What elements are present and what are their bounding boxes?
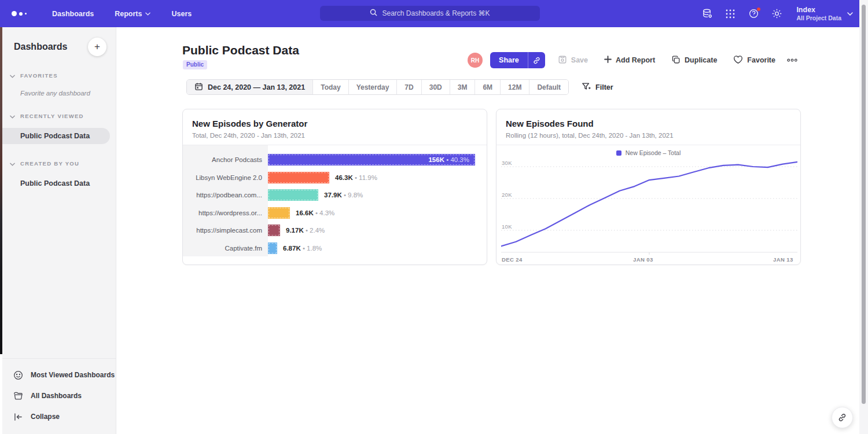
x-axis-tick: DEC 24 xyxy=(502,256,523,263)
bar[interactable] xyxy=(268,189,318,201)
primary-nav: DashboardsReportsUsers xyxy=(42,0,202,27)
bar-row[interactable]: https://podbean.com... 37.9K • 9.8% xyxy=(183,189,487,201)
favorite-button[interactable]: Favorite xyxy=(725,52,784,68)
date-preset-30d[interactable]: 30D xyxy=(421,80,450,94)
avatar[interactable]: RH xyxy=(468,53,483,68)
section-header[interactable]: CREATED BY YOU xyxy=(2,158,116,168)
add-report-button[interactable]: Add Report xyxy=(596,52,663,68)
section-header[interactable]: FAVORITES xyxy=(2,70,116,80)
collapse-icon xyxy=(13,411,23,422)
data-management-icon[interactable] xyxy=(701,8,713,20)
add-dashboard-button[interactable]: + xyxy=(88,38,106,56)
bar[interactable] xyxy=(268,172,329,183)
line-chart[interactable] xyxy=(501,157,797,255)
chart-legend: New Episode – Total xyxy=(496,149,800,156)
bar-value-label: 156K • 40.3% xyxy=(268,154,469,165)
legend-label: New Episode – Total xyxy=(626,149,681,156)
y-axis-tick: 10K xyxy=(502,223,512,230)
navbar-right-controls: Index All Project Data xyxy=(701,0,853,27)
save-button[interactable]: Save xyxy=(550,52,596,68)
help-icon[interactable] xyxy=(748,8,759,20)
date-preset-default[interactable]: Default xyxy=(529,80,568,94)
chart-title[interactable]: New Episodes Found xyxy=(506,119,594,128)
project-switcher[interactable]: Index All Project Data xyxy=(796,6,853,22)
bar-category-label: Captivate.fm xyxy=(183,242,262,254)
date-range-picker[interactable]: Dec 24, 2020 — Jan 13, 2021 xyxy=(187,80,312,94)
apps-grid-icon[interactable] xyxy=(724,8,736,20)
date-preset-3m[interactable]: 3M xyxy=(450,80,475,94)
nav-item-dashboards[interactable]: Dashboards xyxy=(42,0,104,27)
bar-row[interactable]: https://simplecast.com 9.17K • 2.4% xyxy=(183,225,487,236)
date-preset-today[interactable]: Today xyxy=(312,80,348,94)
settings-gear-icon[interactable] xyxy=(771,8,782,20)
date-controls: Dec 24, 2020 — Jan 13, 2021 TodayYesterd… xyxy=(186,79,613,95)
project-scope: All Project Data xyxy=(796,14,841,22)
folder-icon xyxy=(13,391,23,401)
chart-subtitle: Rolling (12 hours), total, Dec 24th, 202… xyxy=(506,132,674,139)
bar-category-label: Libsyn WebEngine 2.0 xyxy=(183,172,262,183)
bar-value-label: 16.6K • 4.3% xyxy=(296,207,334,219)
heart-icon xyxy=(733,55,743,66)
share-link-icon[interactable] xyxy=(528,52,545,68)
bar-row[interactable]: https://wordpress.or... 16.6K • 4.3% xyxy=(183,207,487,219)
more-options-icon[interactable] xyxy=(784,58,801,62)
search-placeholder: Search Dashboards & Reports ⌘K xyxy=(382,9,490,17)
search-input[interactable]: Search Dashboards & Reports ⌘K xyxy=(320,6,540,21)
footer-item-collapse[interactable]: Collapse xyxy=(2,406,116,427)
notification-dot xyxy=(756,7,761,12)
sidebar-item[interactable]: Public Podcast Data xyxy=(2,175,110,192)
background-window-sliver xyxy=(0,27,2,354)
x-axis-tick: JAN 03 xyxy=(633,256,653,263)
bar-value-label: 37.9K • 9.8% xyxy=(324,189,363,201)
legend-swatch xyxy=(616,150,621,156)
duplicate-button[interactable]: Duplicate xyxy=(663,52,725,68)
nav-item-users[interactable]: Users xyxy=(161,0,202,27)
chevron-down-icon xyxy=(10,158,15,168)
bar[interactable] xyxy=(268,225,280,236)
vertical-scrollbar-track[interactable] xyxy=(859,0,868,434)
bar[interactable] xyxy=(268,242,277,254)
date-preset-6m[interactable]: 6M xyxy=(475,80,500,94)
bar-value-label: 9.17K • 2.4% xyxy=(286,225,325,236)
bar-value-label: 6.87K • 1.8% xyxy=(283,242,322,254)
chevron-down-icon xyxy=(10,70,15,80)
chevron-down-icon xyxy=(145,12,150,16)
chevron-down-icon xyxy=(847,12,853,16)
top-navbar: DashboardsReportsUsers Search Dashboards… xyxy=(0,0,868,27)
date-range-text: Dec 24, 2020 — Jan 13, 2021 xyxy=(208,83,305,91)
section-header[interactable]: RECENTLY VIEWED xyxy=(2,111,116,121)
public-badge: Public xyxy=(183,60,207,69)
bar-category-label: Anchor Podcasts xyxy=(183,154,262,165)
bar-category-label: https://podbean.com... xyxy=(183,189,262,201)
sidebar-footer: Most Viewed DashboardsAll DashboardsColl… xyxy=(2,358,116,434)
filter-funnel-icon xyxy=(582,82,591,93)
bar[interactable] xyxy=(268,207,290,219)
share-button[interactable]: Share xyxy=(490,52,528,68)
date-preset-12m[interactable]: 12M xyxy=(500,80,529,94)
footer-item-most-viewed-dashboards[interactable]: Most Viewed Dashboards xyxy=(2,365,116,385)
empty-hint: Favorite any dashboard xyxy=(2,80,116,97)
calendar-icon xyxy=(194,82,203,93)
chart-title[interactable]: New Episodes by Generator xyxy=(192,119,307,128)
date-preset-7d[interactable]: 7D xyxy=(396,80,421,94)
copy-link-fab[interactable] xyxy=(832,407,853,428)
card-new-episodes-found: New Episodes Found Rolling (12 hours), t… xyxy=(496,109,801,265)
nav-item-reports[interactable]: Reports xyxy=(104,0,161,27)
sidebar-item[interactable]: Public Podcast Data xyxy=(2,128,110,144)
sidebar-sections: FAVORITESFavorite any dashboard RECENTLY… xyxy=(2,70,116,192)
dashboard-actions: RH Share Save Add Report Duplicate xyxy=(468,52,801,68)
bar-row[interactable]: Libsyn WebEngine 2.0 46.3K • 11.9% xyxy=(183,172,487,183)
bar-row[interactable]: Anchor Podcasts 156K • 40.3% xyxy=(183,154,487,165)
x-axis-tick: JAN 13 xyxy=(773,256,793,263)
bar-row[interactable]: Captivate.fm 6.87K • 1.8% xyxy=(183,242,487,254)
y-axis-tick: 20K xyxy=(502,192,512,198)
vertical-scrollbar-thumb[interactable] xyxy=(862,5,866,404)
sidebar-section: RECENTLY VIEWEDPublic Podcast Data xyxy=(2,111,116,144)
smiley-icon xyxy=(13,370,23,380)
mixpanel-logo-icon[interactable] xyxy=(12,11,35,16)
bar-value-label: 46.3K • 11.9% xyxy=(335,172,377,183)
footer-item-all-dashboards[interactable]: All Dashboards xyxy=(2,385,116,406)
date-preset-yesterday[interactable]: Yesterday xyxy=(348,80,397,94)
filter-button[interactable]: Filter xyxy=(582,82,613,93)
bar-category-label: https://wordpress.or... xyxy=(183,207,262,219)
